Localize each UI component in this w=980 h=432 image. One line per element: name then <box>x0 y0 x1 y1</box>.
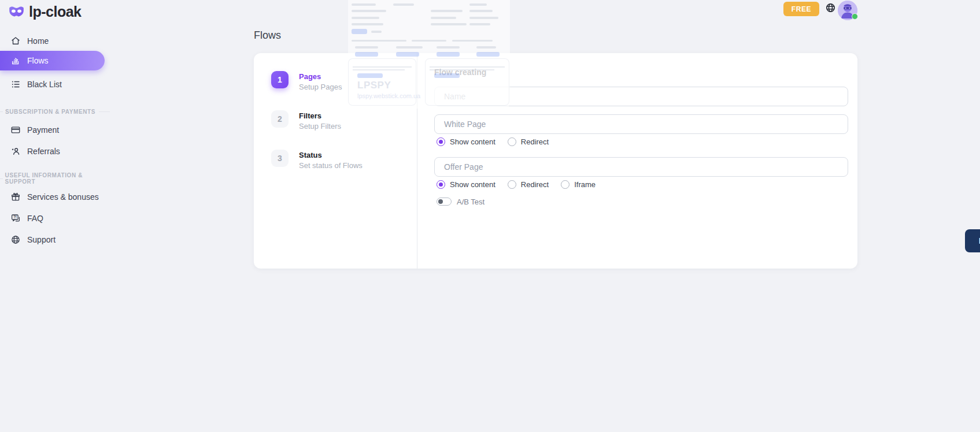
ab-test-label: A/B Test <box>457 198 485 206</box>
sidebar-item-label: Black List <box>27 80 62 89</box>
radio-unselected-icon <box>561 180 569 189</box>
step-title: Filters <box>299 110 341 120</box>
radio-selected-icon <box>437 180 445 189</box>
home-icon <box>10 36 21 46</box>
step-number-badge: 2 <box>271 110 289 128</box>
step-number-badge: 1 <box>271 71 289 88</box>
sidebar-item-payment[interactable]: Payment <box>10 123 59 137</box>
step-subtitle: Setup Filters <box>299 122 341 131</box>
ab-test-toggle[interactable] <box>437 198 452 206</box>
step-filters[interactable]: 2 Filters Setup Filters <box>271 110 363 131</box>
offer-page-redirect-option[interactable]: Redirect <box>508 180 549 189</box>
plan-badge[interactable]: FREE <box>783 2 819 16</box>
credit-card-icon <box>10 125 21 135</box>
offer-page-input[interactable] <box>434 157 848 177</box>
sidebar-item-referrals[interactable]: Referrals <box>10 144 60 158</box>
sidebar-item-label: FAQ <box>27 214 43 223</box>
sidebar-item-flows[interactable]: Flows <box>0 51 105 70</box>
offer-page-mode-group: Show content Redirect Iframe <box>437 180 596 189</box>
logo[interactable]: lp-cloak <box>9 3 81 20</box>
step-pages[interactable]: 1 Pages Setup Pages <box>271 71 363 91</box>
sidebar-item-label: Home <box>27 36 49 46</box>
radio-label: Iframe <box>574 180 596 189</box>
app-root: lp-cloak Home Flows <box>0 0 980 432</box>
mask-logo-icon <box>9 6 24 18</box>
sidebar-item-black-list[interactable]: Black List <box>10 77 62 91</box>
offer-page-show-content-option[interactable]: Show content <box>437 180 495 189</box>
section-useful-info-support: USEFUL INFORMATION & SUPPORT <box>0 174 110 183</box>
wizard-stepper: 1 Pages Setup Pages 2 Filters Setup Filt… <box>271 71 363 189</box>
sidebar-item-label: Flows <box>27 56 49 65</box>
radio-label: Redirect <box>521 180 549 189</box>
vertical-divider <box>417 53 417 269</box>
referral-user-icon <box>10 146 21 157</box>
section-subscription-payments: SUBSCRIPTION & PAYMENTS <box>0 107 110 116</box>
gift-icon <box>10 192 21 202</box>
sidebar-item-label: Support <box>27 235 56 244</box>
flow-name-input[interactable] <box>434 87 848 106</box>
step-subtitle: Set status of Flows <box>299 161 363 170</box>
toggle-knob <box>438 199 443 204</box>
ab-test-toggle-row[interactable]: A/B Test <box>437 197 485 206</box>
section-label: SUBSCRIPTION & PAYMENTS <box>5 109 95 115</box>
radio-unselected-icon <box>508 180 516 189</box>
sidebar: lp-cloak Home Flows <box>0 0 116 432</box>
page-title: Flows <box>254 29 281 42</box>
section-label: USEFUL INFORMATION & SUPPORT <box>5 172 106 185</box>
white-page-redirect-option[interactable]: Redirect <box>508 137 549 146</box>
step-number-badge: 3 <box>271 150 289 167</box>
radio-label: Redirect <box>521 137 549 146</box>
sidebar-item-support[interactable]: Support <box>10 233 56 247</box>
step-status[interactable]: 3 Status Set status of Flows <box>271 150 363 170</box>
sidebar-item-faq[interactable]: ?! FAQ <box>10 211 43 225</box>
sidebar-item-label: Payment <box>27 125 59 135</box>
step-title: Pages <box>299 71 342 81</box>
radio-unselected-icon <box>508 137 516 146</box>
offer-page-iframe-option[interactable]: Iframe <box>561 180 596 189</box>
flows-stack-icon <box>10 55 21 66</box>
flow-wizard-card: 1 Pages Setup Pages 2 Filters Setup Filt… <box>254 53 857 269</box>
white-page-show-content-option[interactable]: Show content <box>437 137 495 146</box>
globe-icon <box>10 234 21 245</box>
flow-creating-form: Flow creating Show content Redirect Show… <box>434 53 848 269</box>
app-title: lp-cloak <box>29 3 81 20</box>
sidebar-item-services-bonuses[interactable]: Services & bonuses <box>10 190 99 204</box>
language-globe-icon[interactable] <box>825 2 836 13</box>
radio-label: Show content <box>450 137 495 146</box>
radio-label: Show content <box>450 180 495 189</box>
sidebar-item-label: Services & bonuses <box>27 192 99 202</box>
next-step-button[interactable]: Next step <box>965 229 980 252</box>
step-subtitle: Setup Pages <box>299 83 342 91</box>
sidebar-item-label: Referrals <box>27 147 60 156</box>
white-page-mode-group: Show content Redirect <box>437 137 549 146</box>
faq-bubble-icon: ?! <box>10 213 21 224</box>
sidebar-item-home[interactable]: Home <box>10 34 49 48</box>
list-icon <box>10 79 21 90</box>
online-status-dot <box>852 13 858 20</box>
form-title: Flow creating <box>434 68 486 77</box>
radio-selected-icon <box>437 137 445 146</box>
step-title: Status <box>299 150 363 159</box>
svg-text:?!: ?! <box>13 215 17 219</box>
white-page-input[interactable] <box>434 114 848 134</box>
